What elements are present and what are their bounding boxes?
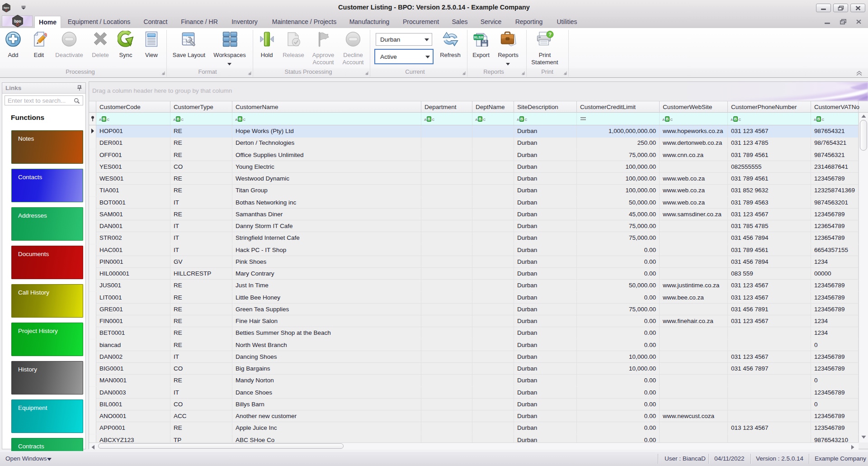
svg-text:bpo: bpo bbox=[14, 19, 21, 24]
svg-text:?: ? bbox=[548, 32, 552, 37]
svg-text:XLSX: XLSX bbox=[474, 35, 484, 39]
